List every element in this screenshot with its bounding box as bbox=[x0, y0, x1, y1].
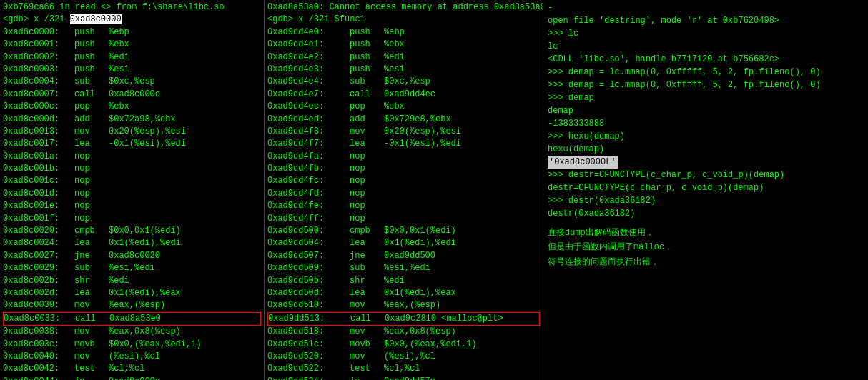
arg: 0x1(%edi),%eax bbox=[384, 288, 456, 298]
table-row: 0xad9dd4e7:call0xad9dd4ec bbox=[267, 89, 540, 101]
addr: 0xad8c0001: bbox=[3, 39, 74, 51]
left-header1: 0xb769ca66 in read <> from f:\share\libc… bbox=[3, 1, 261, 14]
opcode: add bbox=[350, 114, 384, 126]
opcode: sub bbox=[350, 76, 384, 88]
arg: 0xad8c009a bbox=[109, 376, 160, 380]
addr: 0xad8c001d: bbox=[3, 188, 74, 200]
terminal-line: >>> demap bbox=[548, 91, 864, 104]
addr: 0xad9dd518: bbox=[267, 326, 350, 338]
arg: 0x1(%edi),%edi bbox=[384, 238, 456, 248]
table-row: 0xad8c000d:add$0x72a98,%ebx bbox=[3, 114, 261, 126]
arg: %cl,%cl bbox=[384, 364, 420, 374]
opcode: test bbox=[350, 363, 384, 375]
terminal-line: demap bbox=[548, 104, 864, 117]
addr: 0xad9dd4e0: bbox=[267, 26, 350, 39]
table-row: 0xad9dd4f3:mov0x20(%esp),%esi bbox=[267, 126, 540, 138]
terminal-line: destr=CFUNCTYPE(c_char_p, c_void_p)(dema… bbox=[548, 181, 864, 194]
opcode: pop bbox=[74, 101, 109, 113]
table-row: 0xad8c003c:movb$0x0,(%eax,%edi,1) bbox=[3, 339, 261, 351]
addr: 0xad8c0027: bbox=[3, 250, 74, 262]
arg: %esi,%edi bbox=[384, 263, 430, 273]
arg: %eax,(%esp) bbox=[109, 300, 165, 310]
left-header2-highlight: 0xad8c0000 bbox=[70, 14, 122, 24]
opcode: shr bbox=[74, 275, 109, 287]
addr: 0xad9dd4e7: bbox=[267, 89, 350, 101]
opcode: push bbox=[74, 39, 109, 51]
opcode: cmpb bbox=[74, 225, 109, 237]
table-row: 0xad9dd4fe:nop bbox=[267, 200, 540, 212]
addr: 0xad9dd50d: bbox=[267, 287, 350, 299]
table-row: 0xad8c0001:push%ebx bbox=[3, 39, 261, 51]
table-row: 0xad9dd4e4:sub$0xc,%esp bbox=[267, 76, 540, 88]
addr: 0xad9dd4e3: bbox=[267, 64, 350, 76]
arg: 0xad9dd500 bbox=[384, 251, 435, 261]
opcode: nop bbox=[74, 151, 109, 163]
addr: 0xad9dd4fc: bbox=[267, 175, 350, 187]
opcode: mov bbox=[350, 299, 384, 311]
opcode: mov bbox=[350, 326, 384, 338]
addr: 0xad9dd524: bbox=[267, 376, 350, 380]
addr: 0xad9dd4e4: bbox=[267, 76, 350, 88]
table-row: 0xad8c002d:lea0x1(%edi),%eax bbox=[3, 287, 261, 299]
arg: $0xc,%esp bbox=[384, 76, 430, 86]
addr: 0xad8c0004: bbox=[3, 76, 74, 88]
arg: -0x1(%esi),%edi bbox=[384, 139, 461, 149]
opcode: jne bbox=[350, 250, 384, 262]
opcode: mov bbox=[74, 126, 109, 138]
addr: 0xad8c003c: bbox=[3, 339, 74, 351]
table-row: 0xad9dd509:sub%esi,%edi bbox=[267, 262, 540, 274]
arg: %eax,(%esp) bbox=[384, 300, 440, 310]
addr: 0xad8c0040: bbox=[3, 351, 74, 363]
addr: 0xad9dd513: bbox=[268, 313, 350, 325]
middle-asm-rows: 0xad9dd4e0:push%ebp0xad9dd4e1:push%ebx0x… bbox=[267, 26, 540, 380]
arg: %eax,0x8(%esp) bbox=[384, 326, 456, 336]
table-row: 0xad8c0004:sub$0xc,%esp bbox=[3, 76, 261, 88]
table-row: 0xad9dd4ec:pop%ebx bbox=[267, 101, 540, 113]
arg: %edi bbox=[384, 52, 405, 62]
middle-panel: 0xad8a53a0: Cannot access memory at addr… bbox=[265, 0, 543, 380]
middle-header1: 0xad8a53a0: Cannot access memory at addr… bbox=[267, 1, 540, 14]
addr: 0xad8c000d: bbox=[3, 114, 74, 126]
table-row: 0xad9dd507:jne0xad9dd500 bbox=[267, 250, 540, 262]
addr: 0xad8c001a: bbox=[3, 151, 74, 163]
table-row: 0xad9dd524:je0xad9dd57a bbox=[267, 376, 540, 380]
left-asm-rows: 0xad8c0000:push%ebp0xad8c0001:push%ebx0x… bbox=[3, 26, 261, 380]
left-header2: <gdb> x /32i 0xad8c0000 bbox=[3, 14, 261, 26]
addr: 0xad8c001c: bbox=[3, 175, 74, 187]
opcode: add bbox=[74, 114, 109, 126]
opcode: push bbox=[350, 64, 384, 76]
table-row: 0xad9dd4e1:push%ebx bbox=[267, 39, 540, 51]
opcode: nop bbox=[74, 200, 109, 212]
addr: 0xad8c000c: bbox=[3, 101, 74, 113]
table-row: 0xad8c001d:nop bbox=[3, 188, 261, 200]
arg: $0xc,%esp bbox=[109, 76, 155, 86]
opcode: movb bbox=[74, 339, 109, 351]
arg: %ebx bbox=[384, 101, 405, 111]
table-row: 0xad9dd504:lea0x1(%edi),%edi bbox=[267, 237, 540, 249]
table-row: 0xad9dd4fb:nop bbox=[267, 163, 540, 175]
arg: 0x1(%edi),%eax bbox=[109, 288, 181, 298]
right-panel: -open file 'destring', mode 'r' at 0xb76… bbox=[543, 0, 868, 380]
table-row: 0xad8c001f:nop bbox=[3, 213, 261, 225]
addr: 0xad9dd500: bbox=[267, 225, 350, 237]
table-row: 0xad8c002b:shr%edi bbox=[3, 275, 261, 287]
table-row: 0xad8c0044:je0xad8c009a bbox=[3, 376, 261, 380]
opcode: lea bbox=[350, 287, 384, 299]
opcode: mov bbox=[350, 351, 384, 363]
arg: 0xad9c2810 <malloc@plt> bbox=[385, 314, 503, 324]
table-row: 0xad8c0033:call0xad8a53e0 bbox=[3, 312, 261, 326]
table-row: 0xad9dd4fa:nop bbox=[267, 151, 540, 163]
table-row: 0xad8c0013:mov0x20(%esp),%esi bbox=[3, 126, 261, 138]
opcode: push bbox=[74, 26, 109, 39]
addr: 0xad8c0013: bbox=[3, 126, 74, 138]
table-row: 0xad9dd4f7:lea-0x1(%esi),%edi bbox=[267, 138, 540, 150]
arg: %edi bbox=[109, 52, 129, 62]
addr: 0xad8c0044: bbox=[3, 376, 74, 380]
addr: 0xad9dd509: bbox=[267, 262, 350, 274]
addr: 0xad9dd50b: bbox=[267, 275, 350, 287]
opcode: nop bbox=[74, 213, 109, 225]
terminal-line: destr(0xada36182) bbox=[548, 207, 864, 220]
arg: (%esi),%cl bbox=[384, 351, 435, 361]
chinese-note: 直接dump出解码函数使用， 但是由于函数内调用了malloc， 符号连接的问题… bbox=[548, 226, 864, 269]
table-row: 0xad9dd4fc:nop bbox=[267, 175, 540, 187]
